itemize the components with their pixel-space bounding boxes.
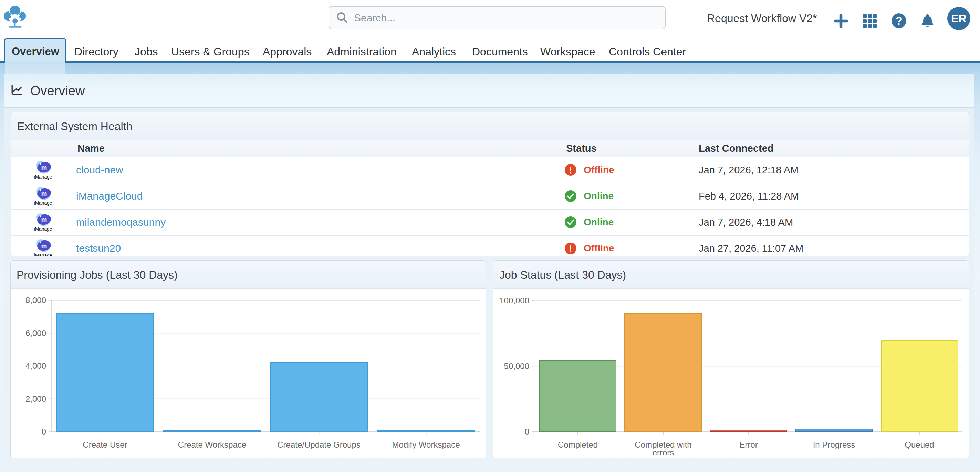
svg-text:Error: Error [739, 440, 757, 449]
svg-text:8,000: 8,000 [25, 296, 46, 305]
svg-text:ER: ER [951, 13, 966, 25]
svg-text:Queued: Queued [905, 440, 934, 449]
svg-text:iManage: iManage [34, 174, 52, 180]
svg-text:iManage: iManage [34, 253, 52, 256]
svg-text:Create Workspace: Create Workspace [178, 440, 246, 449]
svg-text:2,000: 2,000 [25, 394, 46, 404]
svg-text:100,000: 100,000 [499, 296, 529, 305]
svg-text:0: 0 [42, 427, 46, 436]
svg-text:6,000: 6,000 [25, 329, 46, 338]
svg-text:Create/Update Groups: Create/Update Groups [277, 440, 360, 449]
svg-text:iManage: iManage [34, 227, 52, 232]
svg-text:m: m [41, 190, 47, 197]
svg-text:In Progress: In Progress [813, 440, 855, 449]
svg-text:errors: errors [652, 448, 674, 457]
svg-text:50,000: 50,000 [504, 361, 529, 371]
svg-text:iManage: iManage [34, 201, 52, 206]
svg-text:m: m [41, 216, 47, 223]
svg-text:Create User: Create User [83, 440, 127, 449]
svg-text:m: m [41, 242, 47, 249]
svg-text:4,000: 4,000 [25, 361, 46, 371]
svg-text:Modify Workspace: Modify Workspace [392, 440, 460, 449]
svg-text:Completed: Completed [558, 440, 598, 449]
svg-text:0: 0 [525, 427, 529, 436]
svg-text:?: ? [895, 14, 902, 27]
svg-text:m: m [41, 164, 47, 171]
